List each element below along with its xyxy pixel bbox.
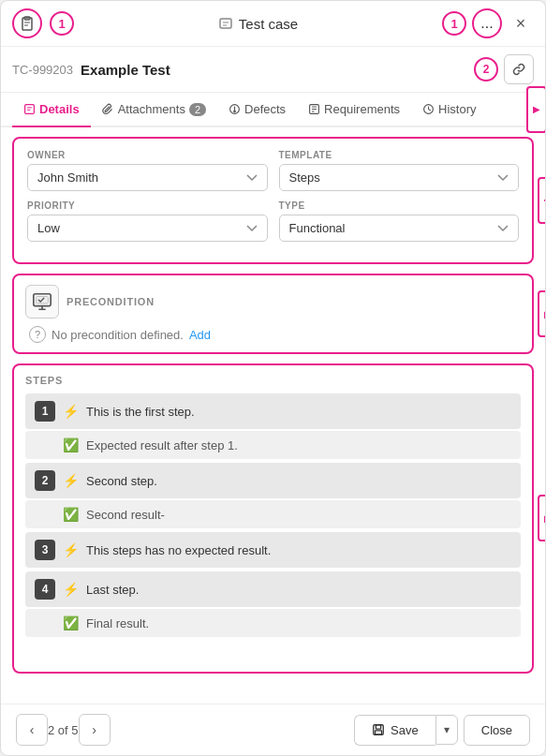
save-button[interactable]: Save (354, 715, 435, 746)
next-button[interactable]: › (79, 714, 111, 746)
step-action-text: Last step. (86, 583, 511, 597)
precondition-header: PRECONDITION (25, 285, 521, 319)
precondition-help-icon[interactable]: ? (29, 326, 46, 343)
step-result-text: Expected result after step 1. (86, 438, 238, 452)
svg-rect-4 (220, 19, 231, 28)
type-label: TYPE (279, 200, 520, 211)
steps-sidebar-toggle[interactable]: ▶ (538, 495, 546, 541)
step-action-row: 4 ⚡ Last step. (25, 571, 521, 607)
tab-details[interactable]: Details (12, 93, 91, 127)
tabs-bar: Details Attachments 2 Defects Re (1, 93, 545, 127)
list-item: 1 ⚡ This is the first step. ✅ Expected r… (25, 393, 521, 459)
owner-field: OWNER John Smith Jane Doe (27, 150, 268, 191)
step-result-text: Final result. (86, 616, 149, 630)
attachment-icon (102, 103, 114, 115)
template-select[interactable]: Steps BDD Classic (279, 164, 520, 191)
steps-header: STEPS (25, 375, 521, 386)
step-number: 4 (35, 579, 55, 600)
step-number: 1 (35, 401, 55, 422)
form-section: OWNER John Smith Jane Doe TEMPLATE Steps… (12, 137, 534, 264)
subheader-right: 2 (474, 54, 534, 84)
step-action-text: This is the first step. (86, 405, 511, 419)
panel-icon-button[interactable] (12, 8, 42, 38)
form-row-priority-type: PRIORITY Low Medium High Critical TYPE F… (27, 200, 519, 242)
details-icon (23, 103, 36, 115)
close-footer-button[interactable]: Close (464, 715, 530, 746)
step-bolt-icon: ⚡ (63, 582, 79, 597)
priority-label: PRIORITY (27, 200, 268, 211)
step-result-row: ✅ Final result. (25, 609, 521, 637)
template-label: TEMPLATE (279, 150, 520, 160)
list-item: 4 ⚡ Last step. ✅ Final result. (25, 571, 521, 637)
tab-defects[interactable]: Defects (217, 93, 297, 127)
list-item: 3 ⚡ This steps has no expected result. (25, 532, 521, 568)
step-action-text: This steps has no expected result. (86, 543, 511, 557)
header-title: Test case (81, 16, 435, 32)
list-item: 2 ⚡ Second step. ✅ Second result- (25, 463, 521, 528)
precondition-section: PRECONDITION ? No precondition defined. … (12, 274, 534, 354)
owner-select[interactable]: John Smith Jane Doe (27, 164, 268, 191)
svg-rect-21 (376, 731, 382, 734)
precondition-sidebar-toggle[interactable]: ▶ (538, 290, 546, 337)
attachments-badge: 2 (189, 103, 206, 116)
svg-rect-7 (25, 105, 35, 114)
subheader: TC-999203 Example Test 2 (1, 47, 545, 93)
page-indicator: 2 of 5 (48, 723, 79, 737)
tab-history[interactable]: History (411, 93, 487, 127)
tc-id: TC-999203 (12, 63, 73, 77)
priority-field: PRIORITY Low Medium High Critical (27, 200, 268, 242)
test-case-panel: 1 Test case 1 ... × TC-999203 Example Te… (0, 0, 546, 756)
link-button[interactable] (504, 54, 534, 84)
footer: ‹ 2 of 5 › Save ▾ Close (1, 704, 545, 755)
template-field: TEMPLATE Steps BDD Classic (279, 150, 520, 191)
svg-point-11 (234, 111, 235, 111)
subheader-badge-2: 2 (474, 57, 498, 82)
tab-attachments[interactable]: Attachments 2 (91, 93, 217, 127)
save-dropdown-button[interactable]: ▾ (435, 715, 458, 745)
header-right: 1 ... × (442, 8, 534, 38)
link-icon (511, 62, 526, 77)
type-field: TYPE Functional Non-Functional Regressio… (279, 200, 520, 242)
step-number: 2 (35, 470, 55, 491)
step-result-text: Second result- (86, 508, 165, 522)
header-case-icon (218, 16, 233, 31)
more-button[interactable]: ... (472, 8, 502, 38)
header-badge-1b: 1 (442, 11, 466, 36)
history-icon (422, 103, 435, 115)
footer-actions: Save ▾ Close (354, 715, 530, 746)
type-select[interactable]: Functional Non-Functional Regression Smo… (279, 215, 520, 242)
step-check-icon: ✅ (63, 615, 79, 630)
header: 1 Test case 1 ... × (1, 1, 545, 47)
monitor-icon (32, 291, 52, 312)
close-header-button[interactable]: × (508, 10, 534, 37)
form-row-owner-template: OWNER John Smith Jane Doe TEMPLATE Steps… (27, 150, 519, 191)
prev-button[interactable]: ‹ (16, 714, 48, 746)
clipboard-icon (20, 16, 35, 31)
steps-section: STEPS 1 ⚡ This is the first step. ✅ Expe… (12, 363, 534, 674)
step-number: 3 (35, 540, 55, 560)
precondition-body: ? No precondition defined. Add (25, 326, 521, 343)
defects-icon (229, 103, 241, 115)
tab-requirements[interactable]: Requirements (297, 93, 411, 127)
svg-rect-20 (376, 725, 380, 729)
owner-label: OWNER (27, 150, 268, 160)
step-action-row: 2 ⚡ Second step. (25, 463, 521, 498)
step-result-row: ✅ Expected result after step 1. (25, 431, 521, 459)
no-precondition-text: No precondition defined. (52, 328, 184, 342)
priority-select[interactable]: Low Medium High Critical (27, 215, 268, 242)
tabs-sidebar-toggle[interactable]: ▶ (526, 86, 546, 133)
tc-name: Example Test (81, 62, 466, 78)
step-action-row: 3 ⚡ This steps has no expected result. (25, 532, 521, 568)
step-bolt-icon: ⚡ (63, 473, 79, 488)
header-badge-1: 1 (50, 11, 74, 36)
add-precondition-link[interactable]: Add (189, 328, 211, 342)
step-bolt-icon: ⚡ (63, 404, 79, 419)
step-result-row: ✅ Second result- (25, 500, 521, 528)
step-check-icon: ✅ (63, 507, 79, 522)
precondition-icon (25, 285, 59, 319)
step-action-row: 1 ⚡ This is the first step. (25, 393, 521, 429)
form-sidebar-toggle[interactable]: + (538, 177, 546, 224)
save-icon (372, 723, 385, 736)
precondition-label: PRECONDITION (66, 296, 155, 307)
requirements-icon (308, 103, 320, 115)
